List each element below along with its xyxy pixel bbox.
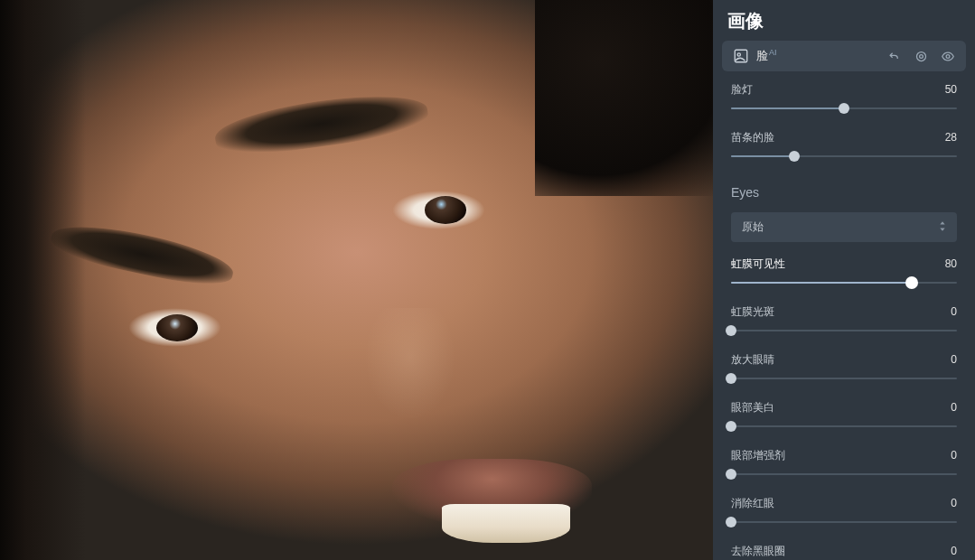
eyes-preset-dropdown[interactable]: 原始 <box>731 212 957 242</box>
tool-actions <box>886 49 955 63</box>
portrait-icon <box>733 48 749 64</box>
slider-thumb[interactable] <box>726 421 736 432</box>
slider-value: 0 <box>951 353 957 366</box>
svg-point-1 <box>737 53 740 56</box>
dropdown-label: 原始 <box>742 219 764 235</box>
face-sliders-section: 脸灯50苗条的脸28 <box>713 82 975 178</box>
photo-preview <box>0 0 713 560</box>
slider-label: 放大眼睛 <box>731 352 774 368</box>
app-root: 画像 脸AI <box>0 0 975 560</box>
slider-row: 虹膜光斑0 <box>731 304 957 336</box>
slider-row: 放大眼睛0 <box>731 352 957 384</box>
mask-icon[interactable] <box>914 49 928 63</box>
slider-label: 眼部美白 <box>731 400 774 415</box>
slider-row: 脸灯50 <box>731 82 957 114</box>
slider-thumb[interactable] <box>726 373 736 384</box>
slider-label: 消除红眼 <box>731 496 774 511</box>
slider-row: 眼部美白0 <box>731 400 957 432</box>
slider-track[interactable] <box>731 103 957 114</box>
tool-label: 脸AI <box>756 48 886 64</box>
chevron-updown-icon <box>939 221 946 233</box>
tool-header[interactable]: 脸AI <box>722 41 966 71</box>
svg-point-2 <box>916 51 925 61</box>
slider-label: 苗条的脸 <box>731 130 774 145</box>
slider-value: 50 <box>945 83 957 96</box>
slider-value: 28 <box>945 131 957 144</box>
slider-row: 消除红眼0 <box>731 496 957 527</box>
slider-thumb[interactable] <box>726 325 736 336</box>
slider-value: 0 <box>951 305 957 318</box>
slider-thumb[interactable] <box>789 151 800 162</box>
slider-label: 虹膜可见性 <box>731 257 785 272</box>
slider-row: 苗条的脸28 <box>731 130 957 162</box>
slider-thumb[interactable] <box>726 517 736 527</box>
panel-title: 画像 <box>713 0 975 41</box>
undo-icon[interactable] <box>886 49 901 63</box>
slider-track[interactable] <box>731 469 957 480</box>
slider-track[interactable] <box>731 151 957 162</box>
slider-label: 虹膜光斑 <box>731 304 774 320</box>
slider-row: 去除黑眼圈0 <box>731 544 957 560</box>
slider-row: 眼部增强剂0 <box>731 448 957 480</box>
slider-thumb[interactable] <box>839 103 849 114</box>
slider-value: 0 <box>951 401 957 414</box>
slider-thumb[interactable] <box>905 276 918 289</box>
eyes-sliders-section: 虹膜可见性80虹膜光斑0放大眼睛0眼部美白0眼部增强剂0消除红眼0去除黑眼圈0眉… <box>713 257 975 560</box>
slider-track[interactable] <box>731 277 957 288</box>
slider-row: 虹膜可见性80 <box>731 257 957 288</box>
slider-track[interactable] <box>731 325 957 336</box>
adjustments-panel: 画像 脸AI <box>713 0 975 560</box>
slider-track[interactable] <box>731 373 957 384</box>
slider-label: 眼部增强剂 <box>731 448 785 463</box>
slider-label: 去除黑眼圈 <box>731 544 785 559</box>
slider-value: 0 <box>951 545 957 557</box>
visibility-icon[interactable] <box>941 49 955 63</box>
slider-value: 80 <box>945 257 957 270</box>
slider-track[interactable] <box>731 421 957 432</box>
slider-track[interactable] <box>731 517 957 527</box>
slider-label: 脸灯 <box>731 82 753 98</box>
slider-value: 0 <box>951 497 957 509</box>
svg-point-3 <box>919 54 923 58</box>
slider-thumb[interactable] <box>726 469 736 480</box>
slider-value: 0 <box>951 449 957 462</box>
svg-point-4 <box>946 54 950 58</box>
eyes-section-title: Eyes <box>731 185 957 200</box>
image-canvas[interactable] <box>0 0 713 560</box>
